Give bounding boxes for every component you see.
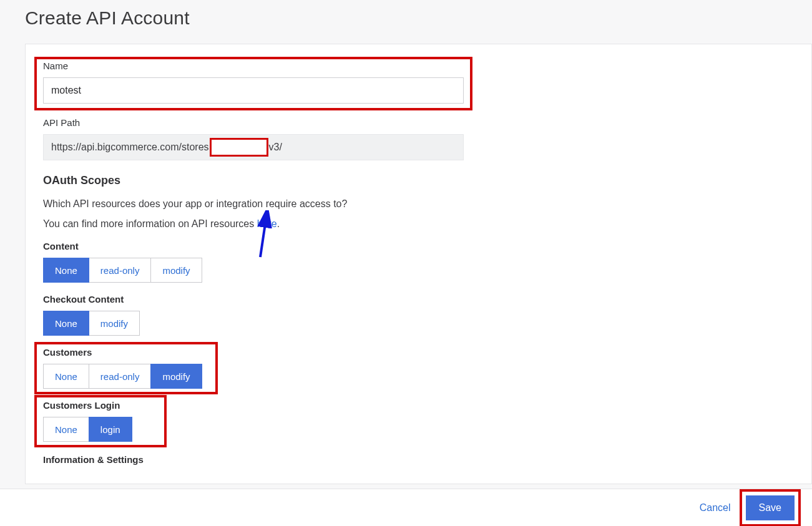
page-title: Create API Account [25,7,812,29]
scope-customers-login-label: Customers Login [43,400,794,411]
scope-checkout-content-label: Checkout Content [43,294,794,304]
scope-customers-label: Customers [43,347,794,358]
scope-customers-login-options: None login [43,417,132,442]
name-input[interactable] [43,77,464,104]
scope-customers-readonly[interactable]: read-only [89,364,152,389]
api-resources-link[interactable]: here [257,218,277,229]
oauth-help-2-pre: You can find more information on API res… [43,218,257,229]
oauth-help-1: Which API resources does your app or int… [43,198,794,210]
scope-checkout-content: Checkout Content None modify [43,294,794,336]
name-field-block: Name [43,61,794,104]
api-path-suffix: v3/ [269,142,282,153]
scope-content: Content None read-only modify [43,241,794,283]
scope-checkout-content-modify[interactable]: modify [89,311,140,336]
form-panel: Name API Path https://api.bigcommerce.co… [25,44,812,484]
api-path-label: API Path [43,117,794,128]
oauth-help-2-post: . [277,218,280,229]
scope-customers-login-none[interactable]: None [43,417,89,442]
scope-customers-modify[interactable]: modify [150,364,202,389]
name-label: Name [43,61,794,71]
scope-content-options: None read-only modify [43,258,202,283]
scope-customers-options: None read-only modify [43,364,202,389]
oauth-help-2: You can find more information on API res… [43,218,794,230]
scope-customers-none[interactable]: None [43,364,89,389]
scope-customers: Customers None read-only modify [43,347,794,389]
api-path-field: https://api.bigcommerce.com/stores v3/ [43,134,464,160]
scope-customers-login: Customers Login None login [43,400,794,442]
api-path-block: API Path https://api.bigcommerce.com/sto… [43,117,794,160]
scope-checkout-content-options: None modify [43,311,140,336]
scope-content-none[interactable]: None [43,258,89,283]
scope-information-settings: Information & Settings [43,454,794,465]
api-path-prefix: https://api.bigcommerce.com/stores [51,142,209,153]
scope-content-modify[interactable]: modify [150,258,202,283]
scope-content-label: Content [43,241,794,251]
cancel-button[interactable]: Cancel [695,499,736,517]
footer-bar: Cancel Save [0,489,812,526]
scope-customers-login-login[interactable]: login [89,417,132,442]
save-button[interactable]: Save [746,495,795,520]
annotation-redaction-box [210,138,268,157]
oauth-heading: OAuth Scopes [43,174,794,187]
scope-content-readonly[interactable]: read-only [89,258,152,283]
scope-checkout-content-none[interactable]: None [43,311,89,336]
scope-information-settings-label: Information & Settings [43,454,794,465]
